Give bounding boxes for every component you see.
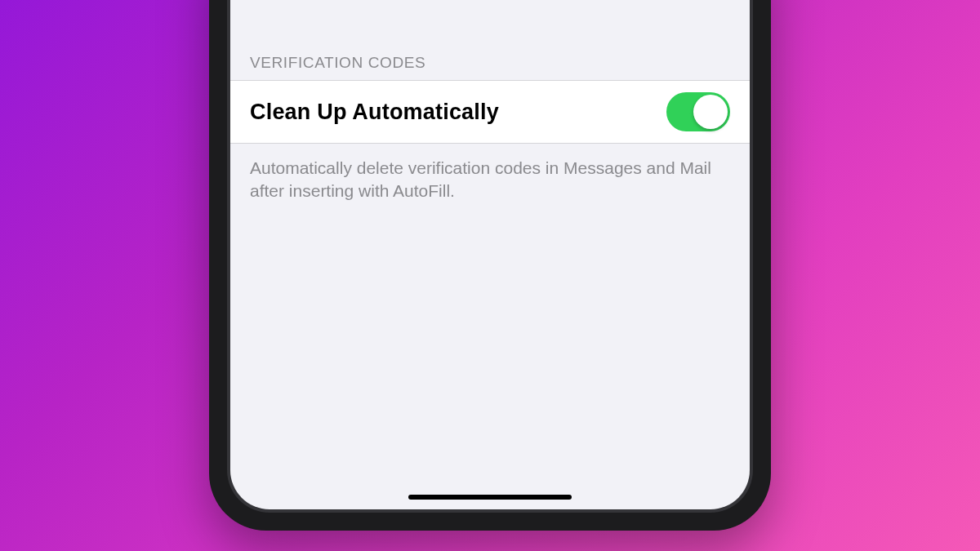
phone-frame: VERIFICATION CODES Clean Up Automaticall… (209, 0, 771, 531)
stage-background: VERIFICATION CODES Clean Up Automaticall… (0, 0, 980, 551)
toggle-knob (693, 95, 728, 129)
toggle-clean-up-automatically[interactable] (666, 92, 730, 131)
row-label-clean-up-automatically: Clean Up Automatically (250, 100, 499, 125)
phone-screen: VERIFICATION CODES Clean Up Automaticall… (230, 0, 750, 509)
phone-inner-rim: VERIFICATION CODES Clean Up Automaticall… (227, 0, 753, 513)
row-clean-up-automatically[interactable]: Clean Up Automatically (230, 80, 750, 144)
section-header-verification-codes: VERIFICATION CODES (230, 54, 750, 80)
section-footer-description: Automatically delete verification codes … (230, 144, 750, 203)
home-indicator[interactable] (408, 495, 572, 500)
content-spacer (230, 0, 750, 54)
